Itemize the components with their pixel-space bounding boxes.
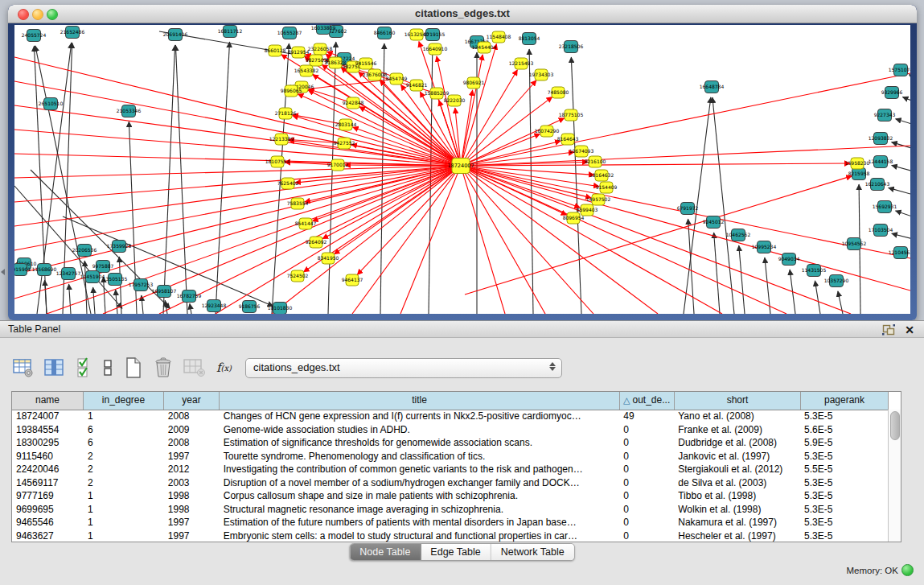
network-node[interactable]: 9464137 [342, 274, 363, 286]
network-node[interactable]: 17957253 [129, 279, 154, 291]
network-node[interactable]: 8813054 [519, 33, 540, 45]
network-node[interactable]: 16782759 [177, 290, 202, 303]
network-node[interactable]: 10954562 [842, 238, 867, 250]
network-node[interactable]: 26510510 [39, 98, 64, 110]
network-node[interactable]: 12104562 [889, 247, 910, 259]
network-node[interactable]: 11548408 [487, 31, 511, 43]
network-node[interactable]: 16958107 [152, 286, 177, 298]
create-table-icon[interactable] [124, 357, 143, 378]
network-node[interactable]: 10462562 [726, 229, 751, 241]
column-header-year[interactable]: year [164, 392, 220, 410]
network-node[interactable]: 20691406 [163, 29, 188, 41]
network-node[interactable]: 7524502 [287, 270, 309, 282]
network-node[interactable]: 10357290 [824, 275, 849, 287]
network-node[interactable]: 8216100 [585, 156, 606, 167]
tab-network-table[interactable]: Network Table [491, 544, 574, 560]
delete-table-icon[interactable] [183, 358, 206, 377]
tab-node-table[interactable]: Node Table [350, 544, 421, 560]
network-node[interactable]: 16132540 [405, 29, 429, 40]
column-header-out-de-[interactable]: △ out_de... [620, 392, 675, 410]
network-node[interactable]: 10655287 [277, 27, 302, 39]
network-node[interactable]: 7485080 [548, 87, 569, 98]
memory-status-indicator[interactable] [901, 564, 914, 576]
network-node[interactable]: 13505135 [103, 274, 128, 286]
network-node[interactable]: 15692931 [873, 201, 897, 213]
select-rows-icon[interactable] [76, 357, 92, 378]
network-node[interactable]: 8454749 [386, 73, 408, 84]
table-selector-dropdown[interactable]: citations_edges.txt [245, 358, 562, 378]
network-node[interactable]: 9329966 [881, 87, 903, 99]
network-node[interactable]: 19734303 [529, 69, 554, 80]
network-node[interactable]: 14957502 [586, 194, 611, 205]
network-node[interactable]: 9186756 [239, 301, 261, 313]
collapse-panel-arrow-icon[interactable] [1, 269, 5, 275]
network-node[interactable]: 16210643 [865, 179, 890, 191]
network-node[interactable]: 21652486 [60, 27, 85, 39]
network-node[interactable]: 23226058 [308, 43, 333, 55]
table-row[interactable]: 911546021997Tourette syndrome. Phenomeno… [12, 450, 888, 463]
table-row[interactable]: 1938455462009Genome-wide association stu… [12, 423, 888, 437]
network-node[interactable]: 10674093 [569, 146, 594, 157]
network-node[interactable]: 8164643 [557, 134, 579, 145]
network-node[interactable]: 12454404 [472, 42, 497, 53]
network-window-titlebar[interactable]: citations_edges.txt [8, 5, 917, 23]
close-panel-icon[interactable]: ✕ [905, 322, 914, 338]
network-node[interactable]: 9896065 [281, 85, 302, 97]
table-row[interactable]: 969969511998Structural magnetic resonanc… [12, 503, 888, 517]
table-row[interactable]: 2242004622012Investigating the contribut… [12, 463, 888, 476]
network-node[interactable]: 10101830 [268, 303, 293, 315]
network-node[interactable]: 15958230 [845, 158, 870, 169]
network-node[interactable]: 8660128 [265, 45, 286, 56]
network-node[interactable]: 18107554 [265, 156, 290, 167]
network-node[interactable]: 8096954 [563, 212, 585, 224]
row-height-icon[interactable] [102, 358, 113, 377]
network-node[interactable]: 8215958 [848, 168, 870, 180]
scrollbar-thumb[interactable] [890, 411, 900, 440]
network-node[interactable]: 18164632 [589, 170, 614, 181]
table-settings-icon[interactable] [13, 358, 34, 377]
network-node[interactable]: 6791972 [677, 203, 699, 215]
column-header-short[interactable]: short [675, 392, 801, 410]
column-header-title[interactable]: title [220, 392, 620, 410]
network-node[interactable]: 17359928 [107, 241, 132, 253]
table-row[interactable]: 1872400712008Changes of HCN gene express… [12, 410, 888, 423]
network-node[interactable]: 10995234 [752, 241, 777, 253]
column-header-in-degree[interactable]: in_degree [84, 392, 164, 410]
float-panel-icon[interactable] [882, 324, 895, 339]
network-node[interactable]: 15751074 [889, 64, 910, 76]
network-node[interactable]: 8341950 [318, 253, 339, 264]
network-node[interactable]: 16640910 [423, 43, 448, 55]
column-header-pagerank[interactable]: pagerank [801, 392, 889, 410]
delete-icon[interactable] [154, 357, 173, 378]
network-node[interactable]: 21053346 [117, 105, 142, 117]
network-node[interactable]: 23218506 [559, 41, 584, 53]
table-row[interactable]: 1456911722003Disruption of a novel membe… [12, 476, 888, 490]
table-row[interactable]: 946554611997Estimation of the future num… [12, 516, 888, 529]
network-node[interactable]: 9227343 [874, 109, 896, 122]
network-node[interactable]: 24055724 [22, 30, 47, 42]
network-node[interactable]: 7625402 [277, 178, 299, 189]
network-node[interactable]: 12444158 [869, 156, 893, 168]
column-header-name[interactable]: name [12, 392, 84, 410]
network-node[interactable]: 9806921 [463, 77, 485, 89]
network-node[interactable]: 12342757 [56, 268, 81, 280]
vertical-scrollbar[interactable] [888, 410, 901, 542]
network-node[interactable]: 9264092 [306, 237, 327, 248]
network-node[interactable]: 2803144 [335, 119, 357, 130]
network-node[interactable]: 16543382 [294, 65, 319, 76]
network-node[interactable]: 16074290 [535, 126, 560, 137]
network-node[interactable]: 16811712 [218, 26, 243, 38]
network-node[interactable]: 8541447 [295, 218, 317, 229]
network-node[interactable]: 8466160 [374, 27, 396, 39]
tab-edge-table[interactable]: Edge Table [421, 544, 491, 560]
network-node[interactable]: 20206536 [72, 245, 97, 257]
network-canvas[interactable]: 2405572421652486206914061681171210655287… [14, 25, 910, 314]
table-row[interactable]: 977716911998Corpus callosum shape and si… [12, 489, 888, 503]
network-window[interactable]: citations_edges.txt 24055724216524862069… [8, 5, 917, 320]
table-row[interactable]: 946362711997Embryonic stem cells: a mode… [12, 529, 888, 542]
network-node[interactable]: 12093832 [869, 133, 893, 145]
table-row[interactable]: 1830029562008Estimation of significance … [12, 436, 888, 450]
network-node[interactable]: 2718126 [275, 108, 297, 119]
show-column-icon[interactable] [44, 358, 65, 377]
network-node[interactable]: 9154409 [596, 182, 618, 193]
